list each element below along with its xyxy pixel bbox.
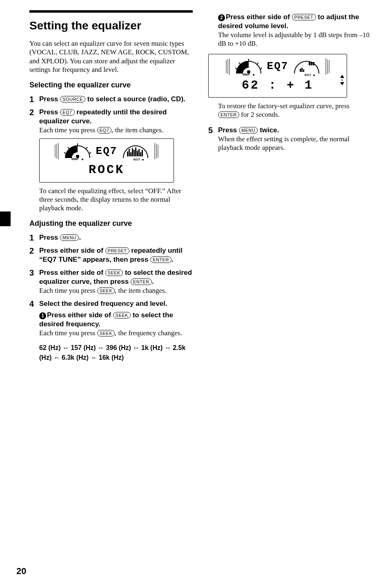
right-column: 2Press either side of PRESET to adjust t… bbox=[208, 10, 372, 372]
svg-line-3 bbox=[64, 152, 66, 154]
svg-line-6 bbox=[86, 147, 87, 149]
step-note: When the effect setting is complete, the… bbox=[218, 135, 372, 152]
step-text: Press SOURCE to select a source (radio, … bbox=[39, 95, 185, 103]
preset-button: PRESET bbox=[292, 14, 316, 20]
menu-button: MENU bbox=[239, 127, 258, 134]
svg-line-30 bbox=[257, 62, 258, 65]
page-title: Setting the equalizer bbox=[29, 18, 193, 33]
page-number: 20 bbox=[16, 566, 26, 577]
svg-rect-16 bbox=[137, 151, 138, 156]
step-number: 2 bbox=[29, 246, 39, 264]
cancel-note: To cancel the equalizing effect, select … bbox=[39, 187, 193, 213]
frequency-list: 62 (Hz) ↔ 157 (Hz) ↔ 396 (Hz) ↔ 1k (Hz) … bbox=[39, 343, 193, 363]
adj-step-5: 5 Press MENU twice. When the effect sett… bbox=[208, 126, 372, 152]
circled-2-icon: 2 bbox=[218, 14, 225, 21]
lcd-main-text: 62 : + 1 bbox=[213, 78, 343, 94]
svg-rect-14 bbox=[134, 150, 135, 156]
lcd-eq-text: EQ7 bbox=[94, 145, 120, 158]
step-number: 3 bbox=[29, 268, 39, 295]
left-column: Setting the equalizer You can select an … bbox=[29, 10, 193, 372]
svg-rect-13 bbox=[132, 148, 133, 156]
svg-text:MBP: MBP bbox=[71, 157, 79, 160]
svg-rect-39 bbox=[313, 62, 314, 65]
svg-line-28 bbox=[239, 62, 241, 65]
seek-button: SEEK bbox=[97, 330, 115, 336]
subheading-adjusting: Adjusting the equalizer curve bbox=[29, 219, 193, 228]
up-down-arrows-icon bbox=[339, 75, 345, 85]
gauge-right-icon: EQ7 bbox=[292, 57, 321, 76]
preset-button: PRESET bbox=[105, 247, 129, 254]
gauge-left-icon: MBP bbox=[234, 57, 263, 76]
svg-line-7 bbox=[89, 152, 91, 154]
svg-rect-11 bbox=[129, 149, 130, 156]
svg-line-31 bbox=[260, 68, 262, 69]
svg-rect-36 bbox=[303, 69, 304, 72]
step-text: Press EQ7 repeatedly until the desired e… bbox=[39, 108, 167, 125]
substep-note: Each time you press SEEK, the frequency … bbox=[39, 329, 193, 337]
lcd-display-level: MBP EQ7 EQ7 62 : + 1 bbox=[208, 54, 347, 98]
adj-step-2: 2 Press either side of PRESET repeatedly… bbox=[29, 246, 193, 264]
sub-step-2: 2Press either side of PRESET to adjust t… bbox=[218, 13, 372, 48]
svg-text:EQ7: EQ7 bbox=[305, 73, 312, 76]
adj-step-1: 1 Press MENU. bbox=[29, 233, 193, 242]
step-2: 2 Press EQ7 repeatedly until the desired… bbox=[29, 108, 193, 134]
lcd-display-rock: MBP EQ7 EQ7 ROCK bbox=[39, 138, 174, 183]
seek-button: SEEK bbox=[113, 312, 131, 318]
eq7-button: EQ7 bbox=[60, 109, 75, 116]
svg-rect-17 bbox=[138, 149, 140, 156]
circled-1-icon: 1 bbox=[39, 312, 46, 319]
seek-button: SEEK bbox=[97, 287, 115, 294]
step-number: 1 bbox=[29, 233, 39, 242]
gauge-right-icon: EQ7 bbox=[121, 142, 150, 160]
step-number: 4 bbox=[29, 299, 39, 369]
scale-stripes-icon bbox=[323, 58, 330, 76]
scale-stripes-icon bbox=[225, 58, 233, 76]
step-number: 5 bbox=[208, 126, 218, 152]
adj-step-4: 4 Select the desired frequency and level… bbox=[29, 299, 193, 369]
step-text: Press MENU. bbox=[39, 234, 81, 241]
side-tab bbox=[0, 212, 11, 226]
svg-rect-18 bbox=[140, 152, 141, 156]
step-text: Press either side of SEEK to select the … bbox=[39, 269, 192, 285]
subheading-selecting: Selecting the equalizer curve bbox=[29, 80, 193, 90]
svg-rect-19 bbox=[142, 150, 143, 156]
restore-note: To restore the factory-set equalizer cur… bbox=[218, 102, 372, 119]
substep-text: 2Press either side of PRESET to adjust t… bbox=[218, 13, 359, 30]
step-1: 1 Press SOURCE to select a source (radio… bbox=[29, 95, 193, 104]
scale-stripes-icon bbox=[54, 142, 62, 160]
seek-button: SEEK bbox=[105, 270, 123, 276]
step-number: 2 bbox=[29, 108, 39, 134]
eq7-button: EQ7 bbox=[97, 127, 112, 134]
enter-button: ENTER bbox=[131, 278, 152, 285]
svg-rect-35 bbox=[301, 68, 303, 72]
source-button: SOURCE bbox=[60, 96, 85, 102]
svg-rect-12 bbox=[130, 152, 131, 156]
svg-rect-34 bbox=[300, 69, 301, 72]
menu-button: MENU bbox=[60, 234, 79, 241]
substep-text: 1Press either side of SEEK to select the… bbox=[39, 311, 173, 328]
substep-note: The volume level is adjustable by 1 dB s… bbox=[218, 31, 372, 48]
scale-stripes-icon bbox=[151, 142, 159, 160]
svg-rect-15 bbox=[135, 147, 136, 156]
svg-rect-10 bbox=[127, 151, 128, 156]
adj-step-3: 3 Press either side of SEEK to select th… bbox=[29, 268, 193, 295]
svg-text:EQ7: EQ7 bbox=[134, 158, 140, 160]
section-divider bbox=[29, 10, 193, 13]
gauge-left-icon: MBP bbox=[63, 142, 92, 160]
intro-text: You can select an equalizer curve for se… bbox=[29, 39, 193, 74]
svg-rect-37 bbox=[309, 62, 310, 65]
step-number: 1 bbox=[29, 95, 39, 104]
step-text: Press either side of PRESET repeatedly u… bbox=[39, 247, 183, 263]
enter-button: ENTER bbox=[218, 111, 239, 118]
lcd-eq-text: EQ7 bbox=[265, 60, 291, 73]
svg-point-44 bbox=[342, 80, 343, 81]
svg-line-4 bbox=[68, 147, 69, 149]
step-note: Each time you press SEEK, the item chang… bbox=[39, 286, 193, 295]
svg-line-27 bbox=[235, 68, 237, 69]
lcd-main-text: ROCK bbox=[44, 163, 169, 178]
svg-rect-38 bbox=[311, 62, 312, 65]
svg-text:MBP: MBP bbox=[243, 73, 250, 76]
step-note: Each time you press EQ7, the item change… bbox=[39, 126, 193, 134]
step-text: Press MENU twice. bbox=[218, 126, 279, 134]
enter-button: ENTER bbox=[150, 256, 172, 263]
